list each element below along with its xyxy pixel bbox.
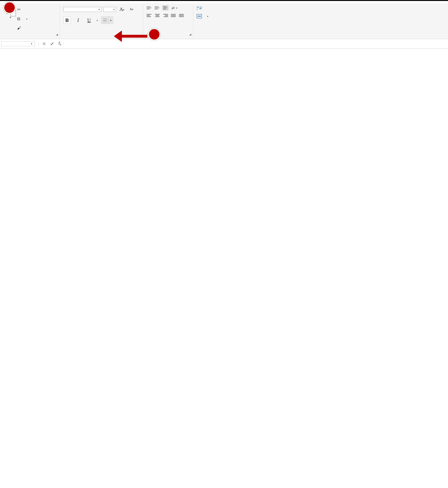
fx-icon[interactable]: fx (56, 41, 64, 46)
underline-button[interactable]: U (85, 17, 93, 24)
cancel-icon[interactable]: ✕ (42, 41, 46, 46)
enter-icon[interactable]: ✔ (50, 41, 54, 47)
chevron-down-icon[interactable]: ▾ (207, 15, 208, 18)
chevron-down-icon: ▾ (31, 42, 32, 45)
group-alignment-right: abc ▾ (193, 6, 212, 39)
formula-input[interactable] (64, 42, 448, 45)
merge-center-button[interactable]: ▾ (197, 14, 208, 19)
ribbon: ▾ ▾ ◢ ▾ ▾ A▴ A▾ B I U ▾ (0, 3, 448, 39)
cut-button[interactable] (17, 6, 27, 13)
copy-button[interactable]: ▾ (17, 15, 27, 22)
align-bottom-button[interactable] (163, 6, 168, 10)
svg-text:ab: ab (197, 6, 199, 8)
font-size-select[interactable]: ▾ (103, 7, 116, 12)
chevron-down-icon: ▾ (113, 8, 114, 11)
group-title-clipboard: ◢ (6, 35, 56, 37)
align-left-button[interactable] (147, 13, 152, 18)
increase-indent-button[interactable] (179, 13, 184, 18)
copy-icon (17, 17, 22, 21)
decrease-indent-button[interactable] (171, 13, 176, 18)
borders-dropdown-button[interactable]: ▾ (109, 17, 113, 24)
formula-bar: ▾ ⋮ ✕ ✔ fx (0, 39, 448, 49)
borders-icon (101, 17, 109, 24)
scissors-icon (17, 7, 22, 12)
chevron-down-icon[interactable]: ▾ (26, 18, 27, 20)
align-middle-button[interactable] (155, 6, 160, 10)
italic-button[interactable]: I (74, 17, 82, 24)
chevron-down-icon[interactable]: ▾ (10, 16, 11, 19)
chevron-down-icon: ▾ (99, 8, 100, 11)
merge-icon (197, 14, 202, 19)
dialog-launcher-icon[interactable]: ◢ (56, 33, 58, 36)
decrease-font-size-button[interactable]: A▾ (128, 6, 135, 13)
wrap-text-button[interactable]: abc (197, 6, 208, 10)
wrap-text-icon: abc (197, 6, 202, 10)
svg-text:c: c (197, 8, 198, 10)
arrow-annotation-2 (114, 31, 148, 42)
chevron-down-icon[interactable]: ▾ (97, 19, 98, 22)
format-painter-button[interactable] (17, 25, 27, 32)
name-box[interactable]: ▾ (1, 41, 35, 46)
bold-button[interactable]: B (63, 17, 71, 24)
orientation-icon: ab (171, 6, 175, 10)
svg-text:ab: ab (171, 6, 175, 10)
increase-font-size-button[interactable]: A▴ (118, 6, 126, 13)
font-name-select[interactable]: ▾ (63, 7, 101, 12)
step-badge-1 (3, 1, 16, 14)
align-center-button[interactable] (155, 13, 160, 18)
align-top-button[interactable] (147, 6, 152, 10)
align-right-button[interactable] (163, 13, 168, 18)
brush-icon (17, 26, 22, 31)
ribbon-tabs (0, 1, 448, 3)
dialog-launcher-icon[interactable]: ◢ (189, 33, 191, 36)
borders-split-button[interactable]: ▾ (101, 17, 113, 24)
orientation-button[interactable]: ab ▾ (171, 6, 177, 10)
chevron-down-icon: ▾ (176, 7, 177, 9)
step-badge-2 (148, 28, 160, 41)
